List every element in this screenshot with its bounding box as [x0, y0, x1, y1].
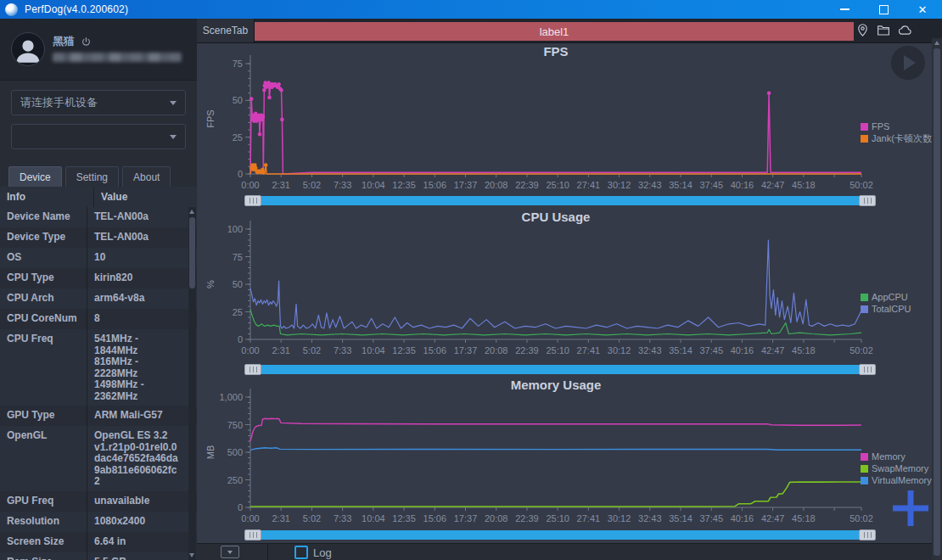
device-select-value: 请连接手机设备	[20, 95, 98, 110]
log-dropdown-button[interactable]	[221, 546, 239, 558]
value-cell: 10	[87, 248, 197, 268]
cpu-chart-plot: CPU Usage%02550751000:002:315:027:3310:0…	[197, 208, 932, 376]
scroll-up-icon[interactable]	[189, 210, 194, 214]
log-checkbox[interactable]	[294, 546, 308, 559]
tab-about[interactable]: About	[122, 166, 171, 188]
table-row[interactable]: CPU Archarm64-v8a	[0, 288, 197, 309]
legend-item[interactable]: Jank(卡顿次数)	[861, 132, 935, 144]
avatar[interactable]	[11, 32, 45, 66]
x-tick-label: 17:37	[454, 345, 478, 356]
table-row[interactable]: GPU TypeARM Mali-G57	[0, 406, 197, 426]
user-icon	[12, 33, 44, 65]
tab-setting[interactable]: Setting	[65, 166, 119, 188]
series-Memory	[250, 418, 861, 441]
table-row[interactable]: CPU Typekirin820	[0, 268, 197, 288]
sidebar-table-scrollbar[interactable]	[188, 207, 196, 560]
memory-time-scrollbar[interactable]	[244, 529, 876, 540]
legend-item[interactable]: FPS	[861, 120, 935, 132]
scrollbar-left-handle[interactable]	[244, 195, 261, 206]
x-tick-label: 7:33	[334, 513, 351, 524]
table-row[interactable]: OS10	[0, 248, 197, 268]
log-toggle[interactable]: Log	[294, 546, 332, 559]
minimize-button[interactable]	[825, 0, 864, 19]
x-tick-label: 25:10	[546, 345, 569, 356]
add-button[interactable]	[891, 489, 930, 528]
tab-device[interactable]: Device	[8, 166, 62, 188]
scrollbar-right-handle[interactable]	[859, 364, 876, 375]
scrollbar-thumb[interactable]	[189, 217, 195, 288]
legend-item[interactable]: SwapMemory	[861, 462, 932, 474]
x-tick-label: 22:39	[515, 180, 539, 190]
legend-label: TotalCPU	[872, 304, 911, 314]
scene-label: label1	[540, 25, 569, 38]
table-row[interactable]: OpenGLOpenGL ES 3.2 v1.r21p0-01rel0.0 da…	[0, 426, 197, 491]
scrollbar-right-handle[interactable]	[859, 195, 876, 206]
x-tick-label: 37:45	[699, 180, 723, 190]
x-tick-label: 5:02	[303, 345, 321, 356]
x-tick-label: 30:12	[608, 345, 631, 356]
scroll-up-icon[interactable]	[934, 41, 939, 45]
scroll-down-icon[interactable]	[189, 553, 194, 557]
x-tick-label: 50:02	[849, 180, 873, 190]
value-cell: 541MHz - 1844MHz 816MHz - 2228MHz 1498MH…	[87, 329, 197, 406]
x-tick-label: 27:41	[577, 513, 601, 524]
device-select-dropdown[interactable]: 请连接手机设备	[11, 90, 186, 115]
scrollbar-thumb[interactable]	[934, 48, 940, 556]
location-pin-icon[interactable]	[855, 23, 870, 37]
y-tick-label: 100	[227, 224, 243, 234]
table-row[interactable]: Device NameTEL-AN00a	[0, 207, 197, 227]
cpu-time-scrollbar[interactable]	[244, 364, 876, 375]
minimize-icon	[840, 8, 849, 10]
play-button[interactable]	[891, 46, 925, 80]
value-cell: 8	[87, 309, 197, 329]
x-tick-label: 12:35	[392, 180, 416, 190]
x-tick-label: 25:10	[546, 180, 569, 190]
cloud-icon[interactable]	[897, 23, 913, 37]
chevron-down-icon	[170, 135, 177, 139]
table-row[interactable]: GPU Frequnavailable	[0, 491, 197, 512]
table-row[interactable]: CPU CoreNum8	[0, 309, 197, 329]
y-tick-label: 1,000	[219, 392, 243, 402]
fps-time-scrollbar[interactable]	[244, 195, 876, 206]
x-tick-label: 32:43	[638, 513, 662, 524]
info-cell: Device Type	[0, 227, 87, 248]
legend-item[interactable]: Memory	[861, 451, 932, 462]
table-row[interactable]: Screen Size6.64 in	[0, 532, 197, 552]
power-icon[interactable]	[81, 36, 92, 48]
scrollbar-track[interactable]	[261, 365, 859, 374]
legend-label: FPS	[872, 121, 889, 132]
process-select-dropdown[interactable]	[11, 124, 186, 149]
scrollbar-left-handle[interactable]	[244, 364, 261, 375]
x-tick-label: 27:41	[577, 180, 601, 190]
y-axis-label: FPS	[205, 109, 216, 127]
scrollbar-right-handle[interactable]	[859, 529, 876, 540]
data-point	[280, 118, 284, 122]
scene-tab[interactable]: SceneTab	[197, 19, 255, 42]
table-row[interactable]: Device TypeTEL-AN00a	[0, 227, 197, 248]
scrollbar-track[interactable]	[261, 196, 859, 205]
folder-icon[interactable]	[876, 23, 891, 37]
chevron-down-icon	[227, 551, 233, 554]
x-tick-label: 40:16	[731, 345, 754, 356]
maximize-icon	[879, 5, 889, 14]
legend-item[interactable]: AppCPU	[861, 291, 911, 303]
charts-scrollbar[interactable]	[932, 38, 942, 560]
legend-item[interactable]: VirtualMemory	[861, 474, 932, 486]
value-cell: TEL-AN00a	[87, 227, 197, 248]
x-tick-label: 10:04	[362, 513, 385, 524]
x-tick-label: 12:35	[392, 345, 416, 356]
close-button[interactable]: ✕	[903, 0, 942, 19]
scene-label-bar[interactable]: label1	[255, 22, 854, 41]
scrollbar-left-handle[interactable]	[244, 529, 261, 540]
sidebar: 黑猫 请连接手机设备 DeviceSettingAbout Info Value…	[0, 19, 198, 560]
legend-item[interactable]: TotalCPU	[861, 303, 911, 315]
table-row[interactable]: CPU Freq541MHz - 1844MHz 816MHz - 2228MH…	[0, 329, 197, 406]
table-row[interactable]: Resolution1080x2400	[0, 512, 197, 532]
maximize-button[interactable]	[864, 0, 903, 19]
info-cell: Ram Size	[0, 552, 87, 560]
scrollbar-track[interactable]	[261, 530, 859, 540]
scene-topbar: SceneTab label1	[197, 19, 942, 43]
table-row[interactable]: Ram Size5.5 GB	[0, 552, 197, 560]
user-account-blurred	[53, 53, 182, 62]
data-point	[267, 96, 272, 100]
